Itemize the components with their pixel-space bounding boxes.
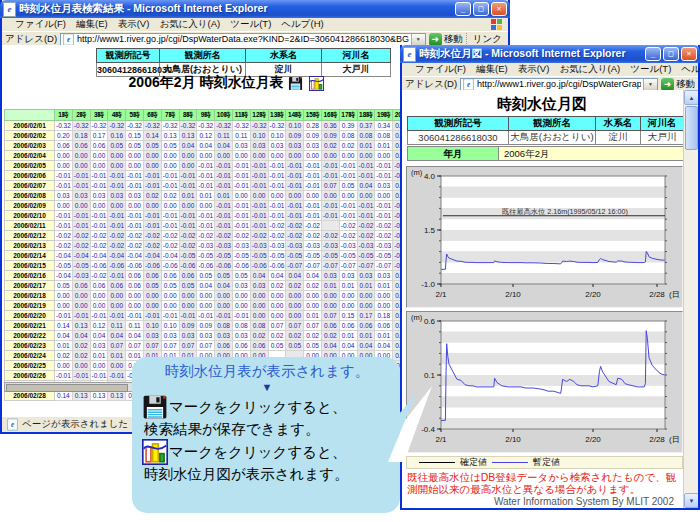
value-cell: -0.02: [321, 231, 339, 241]
date-cell: 2006/02/04: [5, 151, 55, 161]
left-titlebar[interactable]: e 時刻水位月表検索結果 - Microsoft Internet Explor…: [0, 0, 510, 18]
value-cell: -0.01: [339, 171, 357, 181]
address-url[interactable]: http://www1.river.go.jp/cgi/DspWaterGrap…: [477, 79, 641, 89]
value-cell: 0.00: [72, 291, 90, 301]
value-cell: 0.07: [197, 341, 215, 351]
menu-view[interactable]: 表示(V): [113, 18, 155, 31]
links-toolbar[interactable]: リンク: [466, 33, 505, 46]
scroll-down-icon[interactable]: ▼: [684, 493, 698, 508]
value-cell: -0.01: [72, 211, 90, 221]
value-cell: -0.01: [161, 171, 179, 181]
value-cell: 0.05: [304, 341, 322, 351]
value-cell: 0.16: [108, 131, 126, 141]
value-cell: 0.13: [72, 321, 90, 331]
menu-help[interactable]: ヘルプ(H): [276, 18, 328, 31]
value-cell: -0.03: [321, 241, 339, 251]
value-cell: -0.32: [232, 121, 250, 131]
hour-column-header: 16時: [321, 110, 339, 121]
value-cell: -0.02: [250, 231, 268, 241]
menu-edit[interactable]: 編集(E): [471, 63, 513, 76]
value-cell: 0.00: [55, 161, 73, 171]
value-cell: 0.00: [197, 151, 215, 161]
value-cell: 0.01: [179, 191, 197, 201]
value-cell: -0.01: [375, 171, 393, 181]
menu-edit[interactable]: 編集(E): [71, 18, 113, 31]
save-icon[interactable]: [287, 76, 304, 91]
minimize-button[interactable]: _: [455, 2, 471, 16]
menu-tools[interactable]: ツール(T): [625, 63, 676, 76]
value-cell: -0.01: [215, 161, 233, 171]
hour-column-header: 18時: [357, 110, 375, 121]
value-cell: -0.02: [90, 271, 108, 281]
value-cell: 0.03: [215, 331, 233, 341]
menu-favorites[interactable]: お気に入り(A): [554, 63, 625, 76]
maximize-button[interactable]: □: [663, 47, 679, 61]
value-cell: -0.01: [55, 181, 73, 191]
value-cell: 0.08: [215, 321, 233, 331]
right-titlebar[interactable]: e 時刻水位月図 - Microsoft Internet Explorer _…: [400, 45, 700, 63]
table-row: 2006/02/190.000.000.000.000.000.000.000.…: [5, 301, 411, 311]
scroll-up-icon[interactable]: ▲: [684, 90, 698, 105]
callout-save-row: マークをクリックすると、: [142, 394, 392, 420]
address-url[interactable]: http://www1.river.go.jp/cgi/DspWaterData…: [77, 34, 409, 44]
value-cell: -0.03: [286, 241, 304, 251]
menu-help[interactable]: ヘルプ(H): [676, 63, 700, 76]
graph-icon[interactable]: [308, 76, 325, 91]
value-cell: -0.05: [339, 251, 357, 261]
value-cell: 0.20: [55, 131, 73, 141]
value-cell: 0.09: [179, 321, 197, 331]
menu-tools[interactable]: ツール(T): [225, 18, 276, 31]
value-cell: 0.01: [357, 331, 375, 341]
date-cell: 2006/02/14: [5, 251, 55, 261]
value-cell: 0.10: [250, 131, 268, 141]
value-cell: 0.00: [339, 291, 357, 301]
value-cell: 0.03: [232, 281, 250, 291]
close-button[interactable]: ✕: [491, 2, 507, 16]
hour-column-header: 2時: [72, 110, 90, 121]
value-cell: 0.09: [197, 321, 215, 331]
hour-column-header: 15時: [304, 110, 322, 121]
go-button[interactable]: ➜ 移動: [429, 33, 463, 46]
menu-view[interactable]: 表示(V): [513, 63, 555, 76]
value-cell: -0.05: [197, 251, 215, 261]
maximize-button[interactable]: □: [473, 2, 489, 16]
value-cell: -0.01: [250, 211, 268, 221]
value-cell: 0.04: [197, 281, 215, 291]
svg-text:既往最高水位 2.16m(1995/05/12 16:00): 既往最高水位 2.16m(1995/05/12 16:00): [502, 207, 628, 216]
address-input[interactable]: e http://www1.river.go.jp/cgi/DspWaterGr…: [460, 78, 658, 91]
left-window-title: 時刻水位月表検索結果 - Microsoft Internet Explorer: [19, 2, 452, 16]
value-cell: -0.01: [179, 211, 197, 221]
value-cell: -0.01: [286, 181, 304, 191]
value-cell: 0.03: [250, 281, 268, 291]
value-cell: 0.04: [357, 341, 375, 351]
value-cell: 0.06: [126, 281, 144, 291]
value-cell: 0.00: [197, 201, 215, 211]
address-dropdown-icon[interactable]: ▼: [643, 79, 657, 90]
minimize-button[interactable]: _: [645, 47, 661, 61]
vertical-scrollbar[interactable]: ▲ ▼: [683, 90, 698, 508]
value-cell: -0.01: [126, 181, 144, 191]
menu-favorites[interactable]: お気に入り(A): [154, 18, 225, 31]
value-cell: -0.01: [90, 211, 108, 221]
menu-file[interactable]: ファイル(F): [410, 63, 471, 76]
value-cell: -0.04: [161, 251, 179, 261]
value-cell: 0.00: [357, 291, 375, 301]
value-cell: -0.01: [232, 181, 250, 191]
value-cell: 0.00: [143, 161, 161, 171]
close-button[interactable]: ✕: [681, 47, 697, 61]
value-cell: -0.01: [55, 171, 73, 181]
go-button[interactable]: ➜ 移動: [661, 78, 695, 91]
address-dropdown-icon[interactable]: ▼: [411, 34, 425, 45]
value-cell: 0.04: [215, 141, 233, 151]
value-cell: -0.06: [268, 261, 286, 271]
value-cell: 0.00: [321, 151, 339, 161]
svg-text:0.1: 0.1: [424, 371, 436, 380]
table-row: 2006/02/030.060.060.060.050.050.050.050.…: [5, 141, 411, 151]
scrollbar-thumb[interactable]: [6, 384, 128, 392]
address-input[interactable]: e http://www1.river.go.jp/cgi/DspWaterDa…: [60, 33, 426, 46]
value-cell: -0.01: [197, 211, 215, 221]
value-cell: 0.02: [286, 281, 304, 291]
scrollbar-thumb[interactable]: [685, 106, 698, 150]
menu-file[interactable]: ファイル(F): [10, 18, 71, 31]
address-label: アドレス(D): [5, 33, 57, 46]
